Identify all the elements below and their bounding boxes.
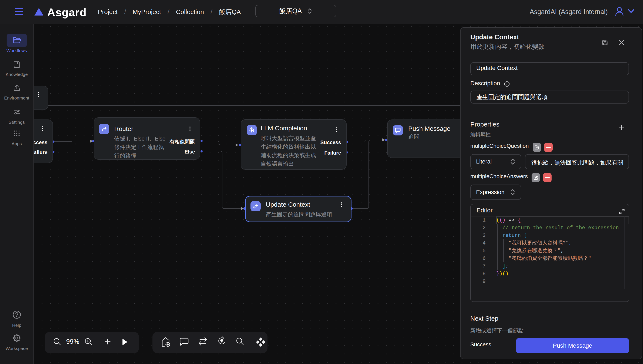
svg-text:99%: 99% — [66, 338, 79, 345]
